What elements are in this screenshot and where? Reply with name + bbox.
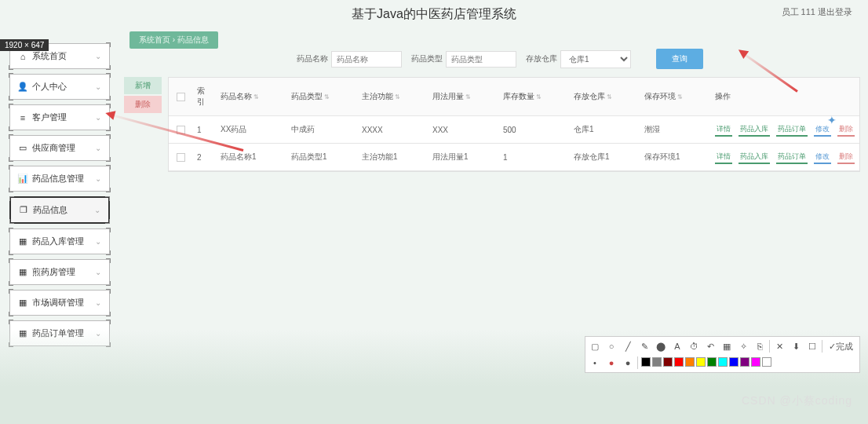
grid-icon: ▦ — [18, 268, 27, 277]
cell-idx: 2 — [192, 144, 216, 170]
col-header[interactable]: 索引 — [192, 78, 216, 115]
op-detail[interactable]: 详情 — [715, 123, 732, 137]
sidebar-item-药品信息管理[interactable]: 📊药品信息管理 ⌄ — [9, 166, 110, 192]
op-modify[interactable]: 修改 — [814, 151, 831, 164]
sidebar-item-label: 客户管理 — [32, 111, 67, 123]
filter-store-select[interactable]: 仓库1 — [560, 50, 631, 68]
done-button[interactable]: ✓完成 — [825, 339, 857, 353]
delete-button[interactable]: 删除 — [124, 96, 162, 113]
cell-ops: 详情 药品入库 药品订单 修改 删除 — [710, 116, 859, 143]
chart-icon: 📊 — [18, 174, 27, 184]
color-swatch[interactable] — [641, 357, 651, 367]
color-swatch[interactable] — [762, 357, 771, 367]
copy-icon[interactable]: ☐ — [805, 339, 819, 353]
op-stock-in[interactable]: 药品入库 — [739, 151, 770, 164]
cell-stock: 500 — [498, 116, 569, 143]
sidebar-item-药品入库管理[interactable]: ▦药品入库管理 ⌄ — [9, 228, 110, 254]
op-delete[interactable]: 删除 — [837, 151, 855, 164]
shape-large-icon[interactable]: ● — [621, 356, 635, 370]
mosaic-icon[interactable]: ▦ — [720, 339, 734, 353]
sidebar-item-客户管理[interactable]: ≡客户管理 ⌄ — [9, 104, 110, 130]
sidebar-item-煎药房管理[interactable]: ▦煎药房管理 ⌄ — [9, 259, 110, 285]
list-icon: ≡ — [18, 113, 27, 122]
save-icon[interactable]: ⬇ — [789, 339, 803, 353]
op-order[interactable]: 药品订单 — [776, 123, 808, 137]
chevron-down-icon: ⌄ — [95, 113, 101, 122]
color-swatch[interactable] — [751, 357, 760, 367]
sidebar-item-市场调研管理[interactable]: ▦市场调研管理 ⌄ — [9, 290, 110, 316]
cell-store: 存放仓库1 — [569, 144, 640, 170]
col-header[interactable]: 药品类型 — [286, 78, 357, 115]
color-swatch[interactable] — [674, 357, 684, 367]
filter-name-input[interactable] — [331, 51, 402, 68]
logout-link[interactable]: 退出登录 — [818, 7, 852, 16]
cell-idx: 1 — [192, 116, 216, 143]
cell-type: 药品类型1 — [286, 144, 357, 170]
color-swatch[interactable] — [685, 357, 695, 367]
sidebar-item-label: 市场调研管理 — [32, 297, 84, 309]
undo-icon[interactable]: ↶ — [703, 339, 717, 353]
color-swatch[interactable] — [663, 357, 673, 367]
col-header[interactable]: 操作 — [710, 78, 859, 115]
color-swatch[interactable] — [707, 357, 717, 367]
sidebar-item-label: 系统首页 — [32, 50, 67, 62]
sidebar-item-label: 药品信息 — [33, 204, 67, 216]
page-title: 基于Java的中医药店管理系统 — [0, 0, 868, 29]
add-button[interactable]: 新增 — [124, 77, 162, 94]
col-header[interactable]: 主治功能 — [357, 78, 428, 115]
marker-icon[interactable]: ⬤ — [654, 339, 668, 353]
color-swatch[interactable] — [740, 357, 749, 367]
chevron-down-icon: ⌄ — [95, 298, 101, 307]
chevron-down-icon: ⌄ — [95, 82, 101, 91]
time-icon[interactable]: ⏱ — [687, 339, 701, 353]
col-header[interactable]: 药品名称 — [216, 78, 286, 115]
filter-type-label: 药品类型 — [411, 53, 443, 64]
cell-store: 仓库1 — [569, 116, 640, 143]
col-header[interactable]: 保存环境 — [640, 78, 710, 115]
pin-icon[interactable]: ✧ — [736, 339, 750, 353]
circle-icon[interactable]: ○ — [604, 339, 618, 353]
capture-icon[interactable]: ⎘ — [753, 339, 767, 353]
op-order[interactable]: 药品订单 — [776, 151, 808, 164]
checkbox[interactable] — [177, 153, 185, 162]
breadcrumb-root[interactable]: 系统首页 — [139, 35, 170, 44]
cell-func: 主治功能1 — [357, 144, 428, 170]
line-icon[interactable]: ╱ — [621, 339, 635, 353]
table-header: 索引药品名称药品类型主治功能用法用量库存数量存放仓库保存环境操作 — [169, 78, 859, 116]
shape-small-icon[interactable]: • — [588, 356, 602, 370]
chevron-down-icon: ⌄ — [95, 144, 101, 152]
chevron-down-icon: ⌄ — [94, 206, 100, 214]
user-label: 员工 111 — [782, 7, 815, 16]
rect-icon[interactable]: ▢ — [588, 339, 602, 353]
chevron-down-icon: ⌄ — [95, 268, 101, 276]
search-button[interactable]: 查询 — [656, 49, 703, 69]
op-detail[interactable]: 详情 — [715, 151, 732, 164]
sidebar-item-个人中心[interactable]: 👤个人中心 ⌄ — [9, 74, 110, 100]
pencil-icon[interactable]: ✎ — [637, 339, 651, 353]
watermark: CSDN @小蔡coding — [742, 394, 852, 408]
op-stock-in[interactable]: 药品入库 — [739, 123, 770, 137]
text-icon[interactable]: A — [670, 339, 684, 353]
col-header[interactable]: 库存数量 — [498, 78, 569, 115]
cell-usage: 用法用量1 — [428, 144, 498, 170]
sidebar: ⌂系统首页 ⌄ 👤个人中心 ⌄ ≡客户管理 ⌄ ▭供应商管理 ⌄ 📊药品信息管理… — [9, 43, 110, 351]
cancel-icon[interactable]: ✕ — [772, 339, 786, 353]
sidebar-item-药品信息[interactable]: ❐药品信息 ⌄ — [9, 196, 110, 224]
color-swatch[interactable] — [718, 357, 728, 367]
sidebar-item-供应商管理[interactable]: ▭供应商管理 ⌄ — [9, 135, 110, 161]
checkbox[interactable] — [177, 126, 185, 134]
cell-name: XX药品 — [216, 116, 286, 143]
filter-type-input[interactable] — [446, 51, 516, 68]
grid-icon: ▦ — [18, 237, 27, 247]
shape-med-icon[interactable]: ● — [604, 356, 618, 370]
data-table: 索引药品名称药品类型主治功能用法用量库存数量存放仓库保存环境操作 1 XX药品 … — [168, 77, 860, 172]
op-delete[interactable]: 删除 — [837, 123, 855, 137]
color-row: • ● ● — [588, 356, 857, 370]
checkbox-all[interactable] — [177, 93, 185, 101]
color-swatch[interactable] — [729, 357, 739, 367]
col-header[interactable]: 存放仓库 — [569, 78, 640, 115]
color-swatch[interactable] — [696, 357, 706, 367]
sidebar-item-label: 煎药房管理 — [32, 266, 75, 278]
col-header[interactable]: 用法用量 — [428, 78, 498, 115]
color-swatch[interactable] — [652, 357, 662, 367]
